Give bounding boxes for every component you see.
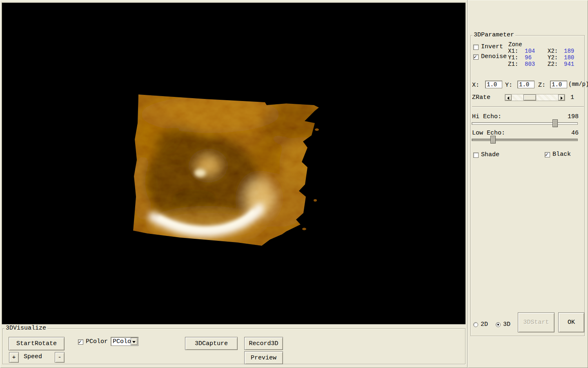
scale-x-label: X: [472,82,479,89]
3dcapture-button[interactable]: 3DCapture [185,337,238,350]
zrate-right-arrow-icon[interactable] [558,94,565,101]
speed-label: Speed [24,353,42,360]
hi-echo-thumb[interactable] [552,119,558,127]
parameter-group-title: 3DParameter [472,32,515,38]
zone-z2-label: Z2: [548,61,558,67]
visualize-groupbox: 3DVisualize StartRotate + Speed - PColor… [2,328,466,364]
low-echo-thumb[interactable] [490,136,496,144]
pcolor-dropdown[interactable]: PColor [111,337,138,346]
zone-x1-value: 104 [525,48,535,54]
mode-2d-label: 2D [481,321,488,328]
zone-label: Zone [508,41,522,48]
denoise-checkbox[interactable] [473,54,479,60]
hi-echo-track[interactable] [472,122,578,125]
app-window: { "colors": { "panel_bg": "#ece9d8", "va… [0,0,588,368]
chevron-down-icon [132,341,136,343]
zone-y1-value: 96 [525,54,532,61]
shade-label: Shade [481,151,499,158]
zone-z1-label: Z1: [508,61,518,67]
render-viewport[interactable] [2,2,466,324]
speed-minus-button[interactable]: - [55,352,65,363]
zrate-scrollbar-thumb[interactable] [523,94,536,101]
zone-x2-value: 189 [564,48,574,54]
scale-y-input[interactable] [517,81,535,88]
scale-unit-label: (mm/p) [568,81,588,88]
scale-z-input[interactable] [550,81,567,88]
ok-button[interactable]: OK [558,312,584,332]
3dstart-button[interactable]: 3DStart [518,312,555,332]
black-label: Black [552,151,571,158]
scale-z-label: Z: [538,82,546,89]
ultrasound-volume-render[interactable] [133,94,323,247]
visualize-group-title: 3DVisualize [4,325,47,332]
low-echo-track[interactable] [472,139,578,141]
scale-y-label: Y: [505,82,512,89]
zone-y2-value: 180 [564,54,574,61]
shade-checkbox[interactable] [473,153,479,158]
invert-checkbox[interactable] [473,45,479,50]
record3d-button[interactable]: Record3D [244,337,283,350]
zone-x1-label: X1: [508,48,518,54]
hi-echo-slider[interactable] [472,119,578,128]
speed-plus-button[interactable]: + [9,352,19,363]
pcolor-checkbox[interactable] [78,339,83,345]
black-checkbox[interactable] [545,152,550,157]
zone-y1-label: Y1: [508,54,518,61]
start-rotate-button[interactable]: StartRotate [9,337,65,350]
zrate-left-arrow-icon[interactable] [505,94,512,101]
zrate-label: ZRate [472,94,490,101]
invert-label: Invert [481,43,503,50]
mode-2d-radio[interactable] [473,322,478,327]
zrate-scrollbar[interactable] [505,94,565,101]
zone-z2-value: 941 [564,61,574,67]
pcolor-dropdown-button[interactable] [131,338,138,345]
panel-divider [467,0,468,368]
zone-y2-label: Y2: [548,54,558,61]
scale-x-input[interactable] [485,81,502,88]
separator [472,106,584,107]
denoise-label: Denoise [481,53,507,60]
zone-x2-label: X2: [548,48,558,54]
parameter-groupbox: 3DParameter Invert Denoise Zone X1: 104 … [470,35,585,336]
pcolor-checkbox-label: PColor [86,338,108,345]
zone-z1-value: 803 [525,61,535,67]
preview-button[interactable]: Preview [244,351,283,364]
mode-3d-label: 3D [503,321,510,328]
zrate-value: 1 [570,94,574,101]
mode-3d-radio[interactable] [496,322,501,327]
low-echo-slider[interactable] [472,136,578,144]
